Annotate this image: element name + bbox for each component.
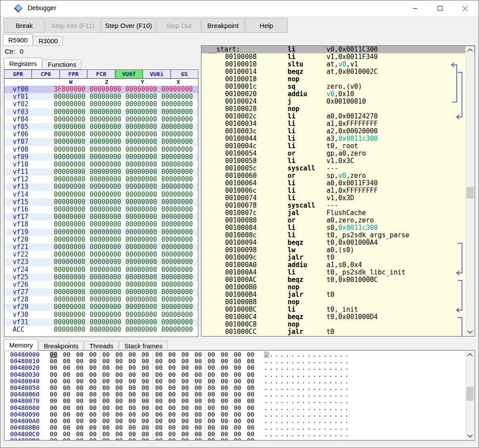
memory-byte[interactable]: 00 <box>155 365 163 371</box>
register-row-vf25[interactable]: vf2500000000000000000000000000000000 <box>4 274 198 281</box>
memory-byte[interactable]: 00 <box>63 391 70 398</box>
memory-byte[interactable]: 00 <box>155 378 163 385</box>
memory-byte[interactable]: 00 <box>247 431 254 438</box>
memory-byte[interactable]: 00 <box>115 365 123 371</box>
disassembly-row[interactable]: 00100024j0x00100010 <box>201 98 475 105</box>
memory-byte[interactable]: 00 <box>89 378 97 385</box>
disassembly-row[interactable]: 0010009cjalrt0 <box>201 254 475 261</box>
memory-byte[interactable]: 00 <box>63 378 70 385</box>
memory-byte[interactable]: 00 <box>234 378 241 385</box>
memory-byte[interactable]: 00 <box>128 372 136 378</box>
memory-byte[interactable]: 00 <box>102 378 110 385</box>
register-category-fcr[interactable]: FCR <box>87 70 115 78</box>
memory-byte[interactable]: 00 <box>221 391 228 398</box>
register-row-vf26[interactable]: vf2600000000000000000000000000000000 <box>4 281 198 288</box>
memory-byte[interactable]: 00 <box>76 424 83 431</box>
memory-byte[interactable]: 00 <box>89 438 97 440</box>
memory-byte[interactable]: 00 <box>155 424 163 431</box>
memory-byte[interactable]: 00 <box>194 418 202 424</box>
memory-byte[interactable]: 00 <box>142 405 149 411</box>
maximize-button[interactable] <box>430 0 450 16</box>
register-row-vf22[interactable]: vf2200000000000000000000000000000000 <box>4 251 198 258</box>
memory-byte[interactable]: 00 <box>50 351 57 358</box>
memory-byte[interactable]: 00 <box>115 405 123 411</box>
memory-byte[interactable]: 00 <box>115 358 123 365</box>
memory-byte[interactable]: 00 <box>208 365 215 371</box>
disassembly-scroll-thumb[interactable] <box>466 187 474 198</box>
memory-byte[interactable]: 00 <box>221 385 228 391</box>
memory-byte[interactable]: 00 <box>168 424 176 431</box>
register-category-gs[interactable]: GS <box>171 70 198 78</box>
register-row-vf24[interactable]: vf2400000000000000000000000000000000 <box>4 266 198 274</box>
memory-byte[interactable]: 00 <box>194 372 202 378</box>
memory-byte[interactable]: 00 <box>63 438 70 440</box>
register-row-vf15[interactable]: vf1500000000000000000000000000000000 <box>4 198 198 206</box>
memory-byte[interactable]: 00 <box>63 418 70 424</box>
disassembly-row[interactable]: 0010001csqzero,(v0) <box>201 83 475 90</box>
memory-byte[interactable]: 00 <box>247 378 254 385</box>
memory-byte[interactable]: 00 <box>234 418 241 424</box>
memory-byte[interactable]: 00 <box>89 431 97 438</box>
close-button[interactable] <box>455 0 475 16</box>
memory-byte[interactable]: 00 <box>168 378 176 385</box>
tab-breakpoints[interactable]: Breakpoints <box>38 341 83 351</box>
memory-byte[interactable]: 00 <box>194 365 202 371</box>
disassembly-row[interactable]: 00100010sltuat,v0,v1 <box>201 61 475 68</box>
scroll-down-icon[interactable] <box>466 431 474 440</box>
memory-byte[interactable]: 00 <box>63 405 70 411</box>
memory-byte[interactable]: 00 <box>234 431 241 438</box>
memory-byte[interactable]: 00 <box>89 385 97 391</box>
memory-byte[interactable]: 00 <box>50 438 57 440</box>
register-row-vf27[interactable]: vf2700000000000000000000000000000000 <box>4 288 198 296</box>
memory-byte[interactable]: 00 <box>115 378 123 385</box>
memory-byte[interactable]: 00 <box>234 385 241 391</box>
memory-byte[interactable]: 00 <box>234 391 241 398</box>
memory-scrollbar[interactable] <box>465 351 474 440</box>
memory-byte[interactable]: 00 <box>234 424 241 431</box>
memory-byte[interactable]: 00 <box>142 391 149 398</box>
memory-byte[interactable]: 00 <box>181 424 189 431</box>
register-row-vf12[interactable]: vf1200000000000000000000000000000000 <box>4 176 198 183</box>
memory-byte[interactable]: 00 <box>89 358 97 365</box>
memory-byte[interactable]: 00 <box>247 438 254 440</box>
toolbar-button-breakpoint[interactable]: Breakpoint <box>201 18 244 33</box>
memory-byte[interactable]: 00 <box>89 391 97 398</box>
memory-byte[interactable]: 00 <box>194 405 202 411</box>
memory-byte[interactable]: 00 <box>194 424 202 431</box>
memory-byte[interactable]: 00 <box>115 391 123 398</box>
memory-byte[interactable]: 00 <box>247 365 254 371</box>
toolbar-button-step-out[interactable]: Step Out <box>157 18 201 33</box>
memory-byte[interactable]: 00 <box>63 431 70 438</box>
memory-byte[interactable]: 00 <box>102 351 110 358</box>
disassembly-row[interactable]: 001000ACbeqzt0,0x001000BC <box>201 276 475 284</box>
memory-byte[interactable]: 00 <box>128 398 136 404</box>
memory-byte[interactable]: 00 <box>76 378 83 385</box>
memory-byte[interactable]: 00 <box>234 365 241 371</box>
disassembly-row[interactable]: 00100084lis0,0x0011c300 <box>201 224 475 232</box>
memory-byte[interactable]: 00 <box>102 372 110 378</box>
memory-byte[interactable]: 00 <box>234 438 241 440</box>
memory-byte[interactable]: 00 <box>155 411 163 418</box>
disassembly-row[interactable]: 00100014beqzat,0x0010002C <box>201 68 475 76</box>
memory-byte[interactable]: 00 <box>89 351 97 358</box>
memory-byte[interactable]: 00 <box>208 372 215 378</box>
register-row-vf11[interactable]: vf1100000000000000000000000000000000 <box>4 168 198 176</box>
register-row-acc[interactable]: ACC00000000000000000000000000000000 <box>4 326 198 333</box>
memory-byte[interactable]: 00 <box>128 438 136 440</box>
memory-byte[interactable]: 00 <box>168 358 176 365</box>
disassembly-row[interactable]: 0010002clia0,0x00124270 <box>201 113 475 120</box>
memory-byte[interactable]: 00 <box>102 418 110 424</box>
memory-byte[interactable]: 00 <box>128 391 136 398</box>
memory-byte[interactable]: 00 <box>115 351 123 358</box>
memory-byte[interactable]: 00 <box>194 378 202 385</box>
memory-byte[interactable]: 00 <box>208 378 215 385</box>
tab-memory[interactable]: Memory <box>4 339 38 351</box>
memory-byte[interactable]: 00 <box>208 411 215 418</box>
register-row-vf18[interactable]: vf1800000000000000000000000000000000 <box>4 221 198 228</box>
disassembly-row[interactable]: 00100008liv1,0x0011F340 <box>201 53 475 61</box>
register-row-vf08[interactable]: vf0800000000000000000000000000000000 <box>4 146 198 153</box>
memory-byte[interactable]: 00 <box>181 378 189 385</box>
memory-byte[interactable]: 00 <box>247 405 254 411</box>
memory-byte[interactable]: 00 <box>208 431 215 438</box>
memory-byte[interactable]: 00 <box>142 351 149 358</box>
